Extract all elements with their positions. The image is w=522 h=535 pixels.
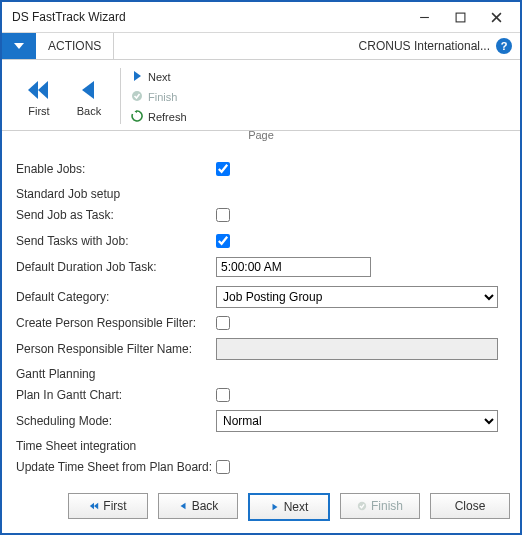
- svg-marker-13: [180, 503, 185, 510]
- ribbon-finish-button: Finish: [127, 88, 191, 106]
- svg-marker-14: [272, 504, 277, 511]
- filter-name-input[interactable]: [216, 338, 498, 360]
- tab-strip: ACTIONS CRONUS International... ?: [2, 33, 520, 60]
- titlebar: DS FastTrack Wizard: [2, 2, 520, 33]
- back-icon: [76, 77, 102, 103]
- enable-jobs-label: Enable Jobs:: [16, 162, 216, 176]
- default-category-label: Default Category:: [16, 290, 216, 304]
- file-tab[interactable]: [2, 33, 36, 59]
- send-job-task-checkbox[interactable]: [216, 208, 230, 222]
- footer-finish-button: Finish: [340, 493, 420, 519]
- first-icon: [26, 77, 52, 103]
- svg-marker-12: [94, 503, 98, 510]
- finish-icon: [131, 90, 143, 104]
- ribbon-refresh-label: Refresh: [148, 111, 187, 123]
- send-tasks-job-label: Send Tasks with Job:: [16, 234, 216, 248]
- footer-next-label: Next: [284, 500, 309, 514]
- next-icon: [131, 70, 143, 84]
- footer-back-label: Back: [192, 499, 219, 513]
- update-ts-label: Update Time Sheet from Plan Board:: [16, 460, 216, 474]
- svg-marker-8: [134, 71, 141, 81]
- finish-icon: [357, 501, 367, 511]
- section-gantt: Gantt Planning: [16, 367, 506, 381]
- footer-next-button[interactable]: Next: [248, 493, 330, 521]
- tab-actions[interactable]: ACTIONS: [36, 33, 114, 59]
- back-icon: [178, 501, 188, 511]
- send-tasks-job-checkbox[interactable]: [216, 234, 230, 248]
- ribbon-refresh-button[interactable]: Refresh: [127, 108, 191, 126]
- ribbon: First Back Next Finish Refresh: [2, 60, 520, 131]
- footer-close-button[interactable]: Close: [430, 493, 510, 519]
- footer-finish-label: Finish: [371, 499, 403, 513]
- svg-rect-1: [456, 13, 465, 22]
- company-name: CRONUS International...: [359, 39, 490, 53]
- svg-marker-11: [90, 503, 94, 510]
- ribbon-next-button[interactable]: Next: [127, 68, 191, 86]
- minimize-button[interactable]: [406, 3, 442, 31]
- form-content: Enable Jobs: Standard Job setup Send Job…: [2, 141, 520, 483]
- refresh-icon: [131, 110, 143, 124]
- footer-first-button[interactable]: First: [68, 493, 148, 519]
- footer-first-label: First: [103, 499, 126, 513]
- filter-name-label: Person Responsible Filter Name:: [16, 342, 216, 356]
- default-duration-label: Default Duration Job Task:: [16, 260, 216, 274]
- create-filter-checkbox[interactable]: [216, 316, 230, 330]
- svg-point-15: [358, 502, 366, 510]
- ribbon-back-label: Back: [77, 105, 101, 117]
- default-duration-input[interactable]: [216, 257, 371, 277]
- svg-marker-4: [14, 43, 24, 49]
- maximize-button[interactable]: [442, 3, 478, 31]
- ribbon-first-button[interactable]: First: [14, 66, 64, 128]
- help-icon[interactable]: ?: [496, 38, 512, 54]
- footer: First Back Next Finish Close: [2, 483, 520, 533]
- svg-marker-7: [82, 81, 94, 99]
- send-job-task-label: Send Job as Task:: [16, 208, 216, 222]
- plan-gantt-checkbox[interactable]: [216, 388, 230, 402]
- close-button[interactable]: [478, 3, 514, 31]
- section-standard-job: Standard Job setup: [16, 187, 506, 201]
- ribbon-next-label: Next: [148, 71, 171, 83]
- window-title: DS FastTrack Wizard: [12, 10, 406, 24]
- ribbon-first-label: First: [28, 105, 49, 117]
- footer-close-label: Close: [455, 499, 486, 513]
- first-icon: [89, 501, 99, 511]
- plan-gantt-label: Plan In Gantt Chart:: [16, 388, 216, 402]
- ribbon-group-label: Page: [2, 129, 520, 141]
- ribbon-separator: [120, 68, 121, 124]
- wizard-window: DS FastTrack Wizard ACTIONS CRONUS Inter…: [0, 0, 522, 535]
- scheduling-mode-select[interactable]: Normal: [216, 410, 498, 432]
- ribbon-back-button[interactable]: Back: [64, 66, 114, 128]
- svg-point-9: [132, 91, 142, 101]
- company-indicator: CRONUS International... ?: [351, 33, 520, 59]
- ribbon-finish-label: Finish: [148, 91, 177, 103]
- default-category-select[interactable]: Job Posting Group: [216, 286, 498, 308]
- svg-marker-6: [38, 81, 48, 99]
- footer-back-button[interactable]: Back: [158, 493, 238, 519]
- scheduling-mode-label: Scheduling Mode:: [16, 414, 216, 428]
- svg-marker-5: [28, 81, 38, 99]
- create-filter-label: Create Person Responsible Filter:: [16, 316, 216, 330]
- svg-marker-10: [135, 110, 138, 113]
- next-icon: [270, 502, 280, 512]
- enable-jobs-checkbox[interactable]: [216, 162, 230, 176]
- section-timesheet: Time Sheet integration: [16, 439, 506, 453]
- update-ts-checkbox[interactable]: [216, 460, 230, 474]
